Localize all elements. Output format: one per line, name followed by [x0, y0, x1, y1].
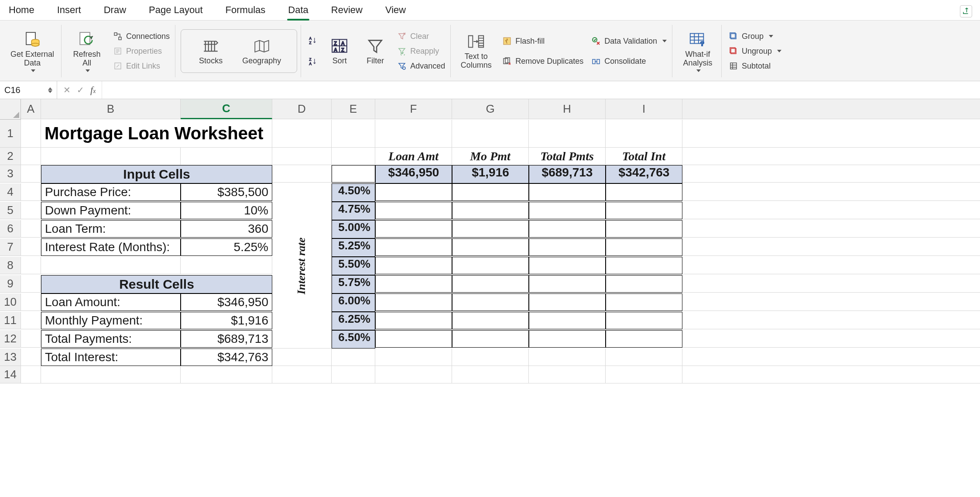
- row-header-14[interactable]: 14: [0, 366, 21, 383]
- consolidate-button[interactable]: Consolidate: [589, 55, 668, 67]
- cell-A2[interactable]: [21, 148, 41, 165]
- cell-I10[interactable]: [606, 293, 682, 311]
- cell-F7[interactable]: [375, 238, 452, 256]
- name-box[interactable]: C16: [0, 81, 57, 99]
- cell-A11[interactable]: [21, 312, 41, 329]
- cell-E5[interactable]: 4.75%: [332, 202, 375, 220]
- cell-C12[interactable]: $689,713: [181, 330, 272, 348]
- col-header-C[interactable]: C: [181, 99, 272, 119]
- row-header-6[interactable]: 6: [0, 220, 21, 238]
- cell-I7[interactable]: [606, 238, 682, 256]
- cell-D3[interactable]: [272, 165, 332, 183]
- formula-input[interactable]: [102, 81, 980, 99]
- cell-E12[interactable]: 6.50%: [332, 330, 375, 349]
- tab-data[interactable]: Data: [287, 3, 309, 20]
- cell-G12[interactable]: [452, 330, 529, 348]
- cell-A7[interactable]: [21, 238, 41, 256]
- share-button[interactable]: [960, 5, 972, 17]
- row-header-9[interactable]: 9: [0, 275, 21, 293]
- row-header-10[interactable]: 10: [0, 293, 21, 311]
- cell-overflow-7[interactable]: [682, 238, 980, 256]
- cell-E6[interactable]: 5.00%: [332, 220, 375, 238]
- row-header-2[interactable]: 2: [0, 148, 21, 165]
- row-header-13[interactable]: 13: [0, 349, 21, 366]
- cell-overflow-14[interactable]: [682, 366, 980, 383]
- cell-overflow-4[interactable]: [682, 183, 980, 201]
- cell-H4[interactable]: [529, 183, 606, 201]
- reapply-button[interactable]: Reapply: [395, 45, 447, 57]
- row-header-4[interactable]: 4: [0, 183, 21, 201]
- cell-A14[interactable]: [21, 366, 41, 383]
- col-header-H[interactable]: H: [529, 99, 606, 119]
- tab-view[interactable]: View: [384, 3, 407, 20]
- row-header-7[interactable]: 7: [0, 238, 21, 256]
- cell-F10[interactable]: [375, 293, 452, 311]
- remove-duplicates-button[interactable]: Remove Duplicates: [500, 55, 585, 67]
- sort-desc-button[interactable]: ZA: [306, 56, 319, 67]
- select-all-corner[interactable]: [0, 99, 21, 120]
- cell-F4[interactable]: [375, 183, 452, 201]
- row-header-11[interactable]: 11: [0, 312, 21, 329]
- cell-G14[interactable]: [452, 366, 529, 383]
- cell-F6[interactable]: [375, 220, 452, 238]
- subtotal-button[interactable]: Subtotal: [727, 60, 783, 72]
- cell-B8[interactable]: [41, 257, 181, 274]
- cell-I8[interactable]: [606, 257, 682, 274]
- sort-button[interactable]: ZAAZ Sort: [324, 24, 355, 78]
- cell-D2[interactable]: [272, 148, 332, 165]
- tab-formulas[interactable]: Formulas: [225, 3, 267, 20]
- cell-H10[interactable]: [529, 293, 606, 311]
- cell-overflow-10[interactable]: [682, 293, 980, 311]
- cell-I14[interactable]: [606, 366, 682, 383]
- cell-A10[interactable]: [21, 293, 41, 311]
- cell-E8[interactable]: 5.50%: [332, 257, 375, 275]
- cell-I1[interactable]: [606, 120, 682, 148]
- tab-draw[interactable]: Draw: [103, 3, 127, 20]
- cell-G3[interactable]: $1,916: [452, 165, 529, 183]
- cell-B4[interactable]: Purchase Price:: [41, 183, 181, 201]
- cell-I9[interactable]: [606, 275, 682, 293]
- cell-B14[interactable]: [41, 366, 181, 383]
- cell-D4[interactable]: Interest rate: [272, 183, 332, 349]
- cell-E7[interactable]: 5.25%: [332, 238, 375, 257]
- cell-C6[interactable]: 360: [181, 220, 272, 238]
- col-header-overflow[interactable]: [682, 99, 980, 119]
- col-header-F[interactable]: F: [375, 99, 452, 119]
- cell-B7[interactable]: Interest Rate (Months):: [41, 238, 181, 256]
- cell-C2[interactable]: [181, 148, 272, 165]
- cell-I13[interactable]: [606, 349, 682, 366]
- cell-G6[interactable]: [452, 220, 529, 238]
- cell-C11[interactable]: $1,916: [181, 312, 272, 329]
- col-header-A[interactable]: A: [21, 99, 41, 119]
- cell-E13[interactable]: [332, 349, 375, 366]
- cell-A4[interactable]: [21, 183, 41, 201]
- col-header-I[interactable]: I: [606, 99, 682, 119]
- cell-overflow-8[interactable]: [682, 257, 980, 274]
- cell-overflow-12[interactable]: [682, 330, 980, 348]
- cell-H11[interactable]: [529, 312, 606, 329]
- cell-A13[interactable]: [21, 349, 41, 366]
- cell-F13[interactable]: [375, 349, 452, 366]
- cell-D1[interactable]: [272, 120, 332, 148]
- advanced-filter-button[interactable]: Advanced: [395, 60, 447, 72]
- cell-G1[interactable]: [452, 120, 529, 148]
- flash-fill-button[interactable]: Flash-fill: [500, 35, 585, 47]
- cell-E2[interactable]: [332, 148, 375, 165]
- clear-filter-button[interactable]: Clear: [395, 31, 447, 42]
- cell-H6[interactable]: [529, 220, 606, 238]
- sort-asc-button[interactable]: AZ: [306, 35, 319, 46]
- cell-B13[interactable]: Total Interest:: [41, 349, 181, 366]
- cell-G7[interactable]: [452, 238, 529, 256]
- cell-H8[interactable]: [529, 257, 606, 274]
- cell-B10[interactable]: Loan Amount:: [41, 293, 181, 311]
- cell-F5[interactable]: [375, 202, 452, 219]
- cell-H14[interactable]: [529, 366, 606, 383]
- cell-overflow-5[interactable]: [682, 202, 980, 219]
- row-header-8[interactable]: 8: [0, 257, 21, 274]
- cancel-icon[interactable]: ✕: [63, 85, 71, 95]
- cell-B5[interactable]: Down Payment:: [41, 202, 181, 219]
- cell-A9[interactable]: [21, 275, 41, 293]
- group-button[interactable]: Group: [727, 31, 783, 42]
- cell-A12[interactable]: [21, 330, 41, 348]
- cell-C10[interactable]: $346,950: [181, 293, 272, 311]
